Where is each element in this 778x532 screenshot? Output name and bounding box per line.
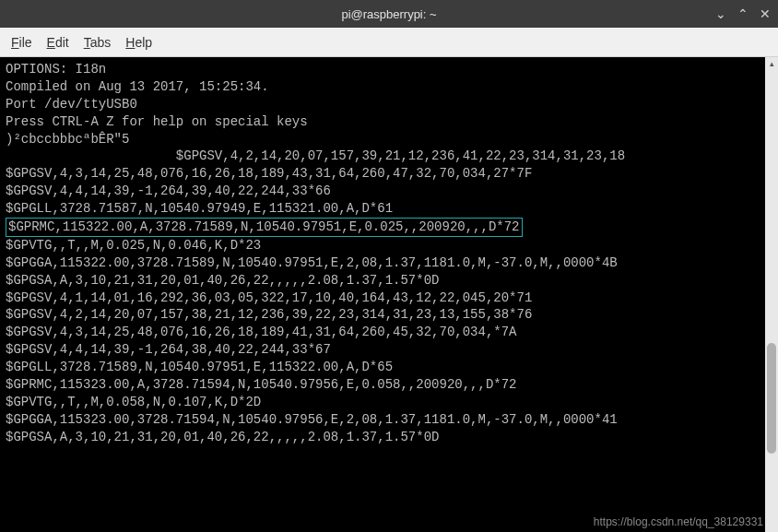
terminal-line: $GPGLL,3728.71587,N,10540.97949,E,115321…	[6, 200, 760, 218]
window-titlebar: pi@raspberrypi: ~ ⌄ ⌃ ✕	[0, 0, 778, 28]
window-title: pi@raspberrypi: ~	[341, 7, 436, 21]
terminal-line: OPTIONS: I18n	[6, 61, 760, 78]
maximize-icon[interactable]: ⌃	[737, 7, 749, 20]
terminal-line-highlighted: $GPRMC,115322.00,A,3728.71589,N,10540.97…	[6, 218, 760, 237]
terminal-line: $GPGSA,A,3,10,21,31,20,01,40,26,22,,,,,2…	[6, 429, 760, 446]
menu-edit[interactable]: Edit	[47, 35, 69, 50]
terminal-line: $GPGGA,115323.00,3728.71594,N,10540.9795…	[6, 411, 760, 429]
terminal-line: $GPGSA,A,3,10,21,31,20,01,40,26,22,,,,,2…	[6, 272, 760, 290]
minimize-icon[interactable]: ⌄	[715, 7, 726, 20]
terminal-line: $GPGSV,4,1,14,01,16,292,36,03,05,322,17,…	[6, 290, 760, 307]
menu-tabs[interactable]: Tabs	[84, 35, 112, 50]
menubar: File Edit Tabs Help	[0, 28, 778, 57]
menu-file[interactable]: File	[11, 35, 32, 50]
terminal-line: $GPVTG,,T,,M,0.025,N,0.046,K,D*23	[6, 237, 760, 254]
close-icon[interactable]: ✕	[760, 7, 771, 20]
terminal-line: $GPGSV,4,2,14,20,07,157,39,21,12,236,41,…	[6, 148, 760, 165]
watermark-text: https://blog.csdn.net/qq_38129331	[594, 515, 763, 528]
menu-help[interactable]: Help	[125, 35, 152, 50]
terminal-line: $GPGSV,4,3,14,25,48,076,16,26,18,189,41,…	[6, 324, 760, 341]
scrollbar-thumb[interactable]	[767, 343, 776, 454]
scroll-up-icon[interactable]: ▴	[765, 57, 778, 70]
scrollbar[interactable]: ▴	[765, 57, 778, 532]
terminal-line: Port /dev/ttyUSB0	[6, 96, 760, 113]
terminal-output[interactable]: OPTIONS: I18nCompiled on Aug 13 2017, 15…	[0, 57, 765, 532]
terminal-line: $GPGGA,115322.00,3728.71589,N,10540.9795…	[6, 254, 760, 272]
terminal-container: OPTIONS: I18nCompiled on Aug 13 2017, 15…	[0, 57, 778, 532]
terminal-line: $GPGSV,4,4,14,39,-1,264,39,40,22,244,33*…	[6, 183, 760, 200]
terminal-line: $GPGSV,4,3,14,25,48,076,16,26,18,189,43,…	[6, 165, 760, 183]
window-controls: ⌄ ⌃ ✕	[715, 7, 771, 20]
terminal-line: $GPGSV,4,4,14,39,-1,264,38,40,22,244,33*…	[6, 341, 760, 359]
terminal-line: )²cbccbbbcªbÊR"5	[6, 131, 760, 148]
terminal-line: $GPVTG,,T,,M,0.058,N,0.107,K,D*2D	[6, 394, 760, 411]
terminal-line: Press CTRL-A Z for help on special keys	[6, 113, 760, 131]
terminal-line: Compiled on Aug 13 2017, 15:25:34.	[6, 78, 760, 96]
terminal-line: $GPGSV,4,2,14,20,07,157,38,21,12,236,39,…	[6, 306, 760, 324]
terminal-line: $GPGLL,3728.71589,N,10540.97951,E,115322…	[6, 359, 760, 376]
terminal-line: $GPRMC,115323.00,A,3728.71594,N,10540.97…	[6, 376, 760, 394]
